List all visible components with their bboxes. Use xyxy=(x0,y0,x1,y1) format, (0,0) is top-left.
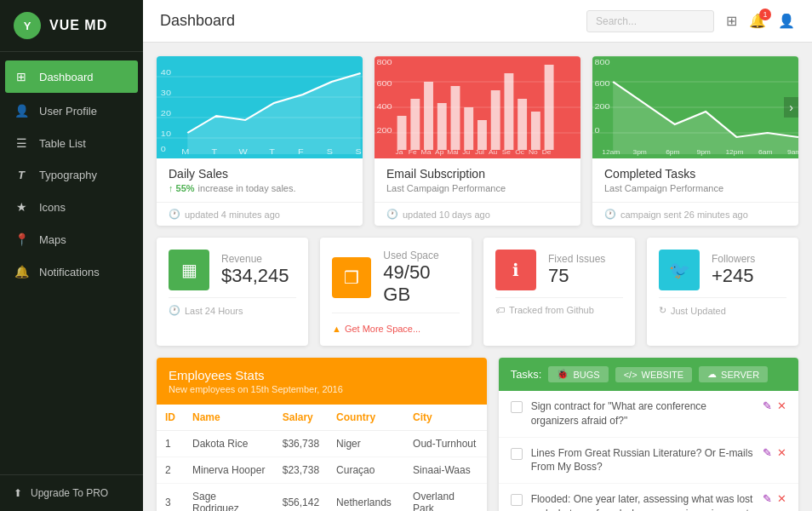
daily-sales-updated: updated 4 minutes ago xyxy=(185,210,280,220)
task-actions-1: ✎ ✕ xyxy=(763,399,786,412)
sidebar-item-dashboard[interactable]: ⊞ Dashboard xyxy=(5,60,138,93)
icons-icon: ★ xyxy=(14,200,29,214)
task-delete-icon-1[interactable]: ✕ xyxy=(777,399,786,412)
email-subscription-sub: Last Campaign Performance xyxy=(386,183,569,193)
svg-text:200: 200 xyxy=(376,126,392,135)
tab-server[interactable]: ☁ SERVER xyxy=(699,366,768,382)
col-id: ID xyxy=(157,405,184,431)
daily-sales-chart: 40 30 20 10 0 M T W T F S xyxy=(157,56,363,158)
svg-rect-25 xyxy=(410,99,420,150)
task-edit-icon-2[interactable]: ✎ xyxy=(763,446,772,459)
task-checkbox-3[interactable] xyxy=(511,494,523,506)
svg-text:Fe: Fe xyxy=(409,149,417,156)
sidebar-item-table-list[interactable]: ☰ Table List xyxy=(0,127,143,159)
bottom-row: Employees Stats New employees on 15th Se… xyxy=(157,358,798,511)
app-name: VUE MD xyxy=(49,18,107,33)
user-avatar-icon[interactable]: 👤 xyxy=(778,13,795,29)
svg-text:Ap: Ap xyxy=(435,149,443,156)
cell-country: Niger xyxy=(328,431,404,457)
task-checkbox-2[interactable] xyxy=(511,448,523,460)
table-row: 3 Sage Rodriguez $56,142 Netherlands Ove… xyxy=(157,484,487,512)
task-delete-icon-3[interactable]: ✕ xyxy=(777,492,786,505)
sidebar-item-user-profile[interactable]: 👤 User Profile xyxy=(0,95,143,127)
logo-icon: Y xyxy=(14,12,41,39)
cell-salary: $56,142 xyxy=(274,484,328,512)
user-icon: 👤 xyxy=(14,104,29,118)
clock-icon-2: 🕐 xyxy=(386,209,398,220)
task-edit-icon-3[interactable]: ✎ xyxy=(763,492,772,505)
followers-footer: ↻ Just Updated xyxy=(659,297,786,316)
cell-id: 1 xyxy=(157,431,184,457)
svg-text:30: 30 xyxy=(161,89,172,97)
twitter-icon: 🐦 xyxy=(669,260,690,280)
svg-rect-33 xyxy=(518,99,527,150)
svg-text:6pm: 6pm xyxy=(666,149,679,156)
sidebar-item-notifications[interactable]: 🔔 Notifications xyxy=(0,256,143,288)
followers-footer-text: Just Updated xyxy=(671,306,726,316)
task-actions-2: ✎ ✕ xyxy=(763,446,786,459)
svg-text:12am: 12am xyxy=(602,149,620,156)
daily-sales-footer: 🕐 updated 4 minutes ago xyxy=(157,202,363,226)
followers-info: Followers +245 xyxy=(712,253,755,287)
used-space-info: Used Space 49/50 GB xyxy=(383,250,460,306)
fixed-issues-footer: 🏷 Tracked from Github xyxy=(495,297,623,315)
chart-expand-btn[interactable]: › xyxy=(784,97,798,118)
cell-salary: $36,738 xyxy=(274,431,328,457)
cell-id: 2 xyxy=(157,457,184,484)
notifications-icon: 🔔 xyxy=(14,265,29,278)
svg-text:12pm: 12pm xyxy=(725,149,743,156)
task-delete-icon-2[interactable]: ✕ xyxy=(777,446,786,459)
svg-text:600: 600 xyxy=(376,79,392,88)
grid-icon[interactable]: ⊞ xyxy=(726,13,737,29)
svg-text:3pm: 3pm xyxy=(632,149,646,156)
svg-rect-24 xyxy=(397,116,407,150)
tab-website[interactable]: </> WEBSITE xyxy=(615,367,692,382)
table-row: 1 Dakota Rice $36,738 Niger Oud-Turnhout xyxy=(157,431,487,457)
svg-text:Ju: Ju xyxy=(462,149,470,156)
completed-tasks-title: Completed Tasks xyxy=(604,167,786,181)
revenue-card: ▦ Revenue $34,245 🕐 Last 24 Hours xyxy=(157,238,308,346)
cell-city: Sinaai-Waas xyxy=(404,457,487,484)
sidebar-item-icons[interactable]: ★ Icons xyxy=(0,191,143,223)
cell-salary: $23,738 xyxy=(274,457,328,484)
task-checkbox-1[interactable] xyxy=(511,401,523,413)
cell-name: Sage Rodriguez xyxy=(184,484,274,512)
topbar-actions: ⊞ 🔔 1 👤 xyxy=(726,13,795,29)
sidebar-item-maps[interactable]: 📍 Maps xyxy=(0,223,143,256)
clock-icon-3: 🕐 xyxy=(604,209,616,220)
svg-text:800: 800 xyxy=(594,58,610,66)
line-chart-svg: 40 30 20 10 0 M T W T F S xyxy=(157,56,363,158)
notification-bell-icon[interactable]: 🔔 1 xyxy=(749,13,766,29)
notification-badge: 1 xyxy=(759,9,771,20)
website-icon: </> xyxy=(624,370,638,380)
warning-icon: ▲ xyxy=(332,324,341,334)
cell-city: Oud-Turnhout xyxy=(404,431,487,457)
completed-tasks-footer: 🕐 campaign sent 26 minutes ago xyxy=(592,202,798,226)
sidebar-label-icons: Icons xyxy=(39,201,66,214)
svg-text:9pm: 9pm xyxy=(696,149,710,156)
daily-sales-sub: ↑ 55% increase in today sales. xyxy=(169,183,351,193)
fixed-issues-card: ℹ Fixed Issues 75 🏷 Tracked from Github xyxy=(483,238,635,346)
used-space-icon: ❒ xyxy=(344,267,359,288)
upgrade-button[interactable]: ⬆ Upgrade To PRO xyxy=(0,474,143,511)
svg-rect-27 xyxy=(437,103,447,150)
dashboard-icon: ⊞ xyxy=(14,70,29,83)
tab-bugs[interactable]: 🐞 BUGS xyxy=(548,366,608,382)
svg-text:W: W xyxy=(239,147,249,156)
revenue-info: Revenue $34,245 xyxy=(221,253,289,287)
svg-text:S: S xyxy=(327,147,334,156)
sidebar-item-typography[interactable]: T Typography xyxy=(0,159,143,191)
email-subscription-chart: 800 600 400 200 xyxy=(375,56,580,158)
revenue-label: Revenue xyxy=(221,253,289,265)
svg-text:0: 0 xyxy=(594,126,600,135)
task-edit-icon-1[interactable]: ✎ xyxy=(763,399,772,412)
svg-text:0: 0 xyxy=(161,145,167,153)
employees-header: Employees Stats New employees on 15th Se… xyxy=(157,358,487,405)
svg-text:20: 20 xyxy=(161,109,172,118)
task-text-1: Sign contract for "What are conference o… xyxy=(531,399,754,428)
daily-sales-title: Daily Sales xyxy=(169,167,351,181)
svg-text:6am: 6am xyxy=(758,149,772,156)
list-item: Sign contract for "What are conference o… xyxy=(499,391,798,438)
svg-rect-31 xyxy=(491,90,500,150)
search-input[interactable] xyxy=(586,10,714,32)
